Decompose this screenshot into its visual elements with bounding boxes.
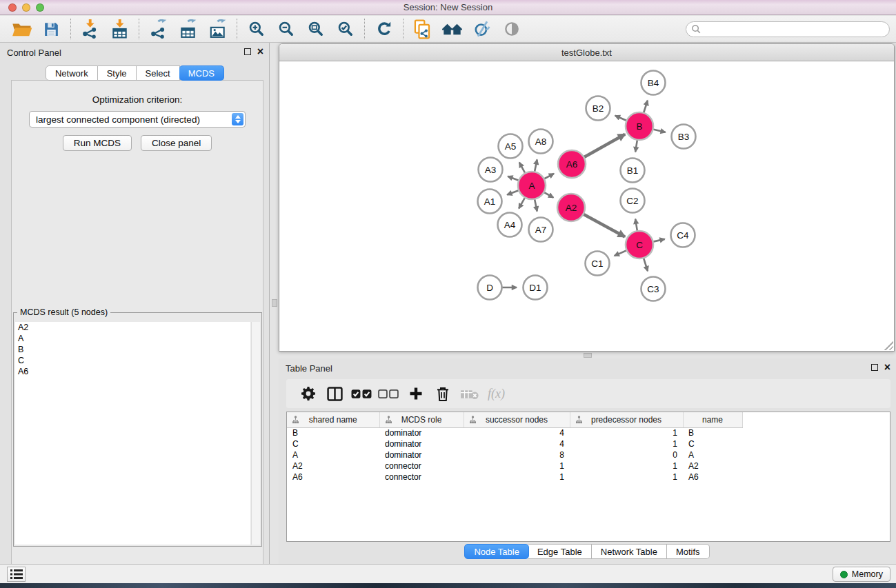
svg-text:C2: C2: [626, 196, 638, 206]
network-window-titlebar[interactable]: testGlobe.txt: [279, 44, 894, 61]
run-mcds-button[interactable]: Run MCDS: [63, 135, 132, 151]
duplicate-network-icon[interactable]: [408, 17, 437, 41]
close-panel-button[interactable]: Close panel: [141, 135, 212, 151]
table-toolbar: f(x): [286, 379, 890, 408]
graph-node-A7[interactable]: A7: [529, 218, 553, 242]
graph-node-A6[interactable]: A6: [558, 150, 586, 178]
desktop-wallpaper-strip: [0, 583, 896, 588]
tab-motifs[interactable]: Motifs: [667, 544, 710, 559]
graph-node-C1[interactable]: C1: [586, 252, 610, 276]
cell-name: A6: [683, 472, 742, 483]
divider-grip[interactable]: [584, 353, 592, 358]
zoom-out-icon[interactable]: [271, 17, 301, 41]
zoom-fit-icon[interactable]: [301, 17, 330, 41]
column-header-predecessor-nodes[interactable]: predecessor nodes: [570, 412, 683, 427]
graph-node-A[interactable]: A: [518, 172, 546, 199]
graph-node-C2[interactable]: C2: [621, 189, 645, 213]
import-network-icon[interactable]: [75, 17, 105, 41]
tab-style[interactable]: Style: [98, 65, 137, 81]
column-header-successor-nodes[interactable]: successor nodes: [464, 412, 570, 427]
graph-node-A1[interactable]: A1: [478, 190, 502, 214]
toolbar-separator: [70, 19, 71, 39]
search-input[interactable]: [701, 23, 889, 36]
select-all-icon[interactable]: [348, 382, 375, 405]
graph-node-C4[interactable]: C4: [671, 223, 695, 247]
tab-network-table[interactable]: Network Table: [592, 544, 667, 559]
attribute-type-icon: [469, 416, 477, 424]
tab-edge-table[interactable]: Edge Table: [528, 544, 592, 559]
criterion-dropdown[interactable]: largest connected component (directed): [29, 111, 246, 128]
result-item-b[interactable]: B: [15, 344, 250, 355]
close-window-button[interactable]: [8, 3, 17, 12]
graph-node-A2[interactable]: A2: [557, 194, 585, 221]
result-item-c[interactable]: C: [15, 355, 250, 366]
tab-network[interactable]: Network: [46, 65, 98, 81]
zoom-selected-icon[interactable]: [330, 17, 360, 41]
column-layout-icon[interactable]: [321, 382, 348, 405]
task-history-button[interactable]: [7, 567, 26, 582]
close-panel-icon[interactable]: ×: [884, 363, 890, 372]
tab-mcds[interactable]: MCDS: [179, 65, 224, 81]
table-row[interactable]: A2connector11A2: [287, 460, 742, 472]
vertical-split-divider[interactable]: [270, 43, 279, 564]
svg-text:D1: D1: [529, 283, 541, 293]
result-item-a[interactable]: A: [15, 333, 250, 344]
tab-node-table[interactable]: Node Table: [464, 544, 529, 559]
clear-table-icon[interactable]: [456, 382, 483, 405]
graph-node-B2[interactable]: B2: [586, 97, 610, 121]
network-canvas[interactable]: AA1A2A3A4A5A6A7A8BB1B2B3B4CC1C2C3C4DD1: [279, 62, 894, 351]
export-table-icon[interactable]: [173, 17, 203, 41]
tab-select[interactable]: Select: [137, 65, 180, 81]
table-settings-icon[interactable]: [295, 382, 321, 405]
graph-node-A8[interactable]: A8: [529, 130, 553, 154]
graph-node-B4[interactable]: B4: [641, 71, 666, 95]
add-column-icon[interactable]: [402, 382, 429, 405]
home-icon[interactable]: [437, 17, 467, 41]
column-header-mcds-role[interactable]: MCDS role: [379, 412, 464, 427]
delete-column-icon[interactable]: [429, 382, 456, 405]
graph-node-A4[interactable]: A4: [498, 213, 522, 237]
graph-node-A3[interactable]: A3: [479, 158, 503, 182]
table-row[interactable]: Bdominator41B: [287, 427, 742, 438]
result-item-a6[interactable]: A6: [15, 366, 250, 377]
graph-node-D1[interactable]: D1: [524, 276, 548, 300]
table-row[interactable]: Cdominator41C: [287, 438, 742, 449]
graph-node-C[interactable]: C: [626, 231, 653, 258]
float-panel-icon[interactable]: [244, 48, 251, 55]
graph-node-C3[interactable]: C3: [641, 277, 666, 301]
graph-node-D[interactable]: D: [478, 276, 502, 300]
column-header-shared-name[interactable]: shared name: [287, 412, 379, 427]
cell-name: C: [683, 438, 742, 449]
result-item-a2[interactable]: A2: [15, 322, 250, 333]
cell-successor-nodes: 4: [464, 427, 570, 438]
application-window: Session: New Session: [0, 0, 896, 588]
result-list-scrollbar[interactable]: [251, 322, 260, 545]
float-panel-icon[interactable]: [871, 364, 878, 371]
table-row[interactable]: Adominator80A: [287, 449, 742, 460]
deselect-all-icon[interactable]: [375, 382, 402, 405]
hide-details-icon[interactable]: [467, 17, 497, 41]
export-network-icon[interactable]: [143, 17, 173, 41]
attribute-type-icon: [575, 416, 583, 424]
node-table[interactable]: shared nameMCDS rolesuccessor nodesprede…: [286, 412, 890, 542]
graph-node-B1[interactable]: B1: [621, 159, 645, 183]
graph-node-B3[interactable]: B3: [672, 125, 696, 149]
divider-grip[interactable]: [272, 299, 277, 307]
zoom-window-button[interactable]: [36, 3, 44, 12]
open-session-icon[interactable]: [7, 17, 37, 41]
graph-node-B[interactable]: B: [626, 112, 653, 140]
import-table-icon[interactable]: [105, 17, 135, 41]
horizontal-split-divider[interactable]: [279, 352, 896, 358]
zoom-in-icon[interactable]: [241, 17, 271, 41]
table-row[interactable]: A6connector11A6: [287, 472, 742, 483]
save-session-icon[interactable]: [37, 17, 66, 41]
equation-editor-icon[interactable]: f(x): [483, 382, 510, 405]
refresh-icon[interactable]: [369, 17, 399, 41]
close-panel-icon[interactable]: ×: [257, 47, 263, 57]
column-header-name[interactable]: name: [683, 412, 742, 427]
graph-node-A5[interactable]: A5: [499, 134, 523, 159]
show-details-icon[interactable]: [497, 17, 526, 41]
memory-button[interactable]: Memory: [833, 567, 890, 582]
minimize-window-button[interactable]: [22, 3, 30, 12]
export-image-icon[interactable]: [203, 17, 232, 41]
